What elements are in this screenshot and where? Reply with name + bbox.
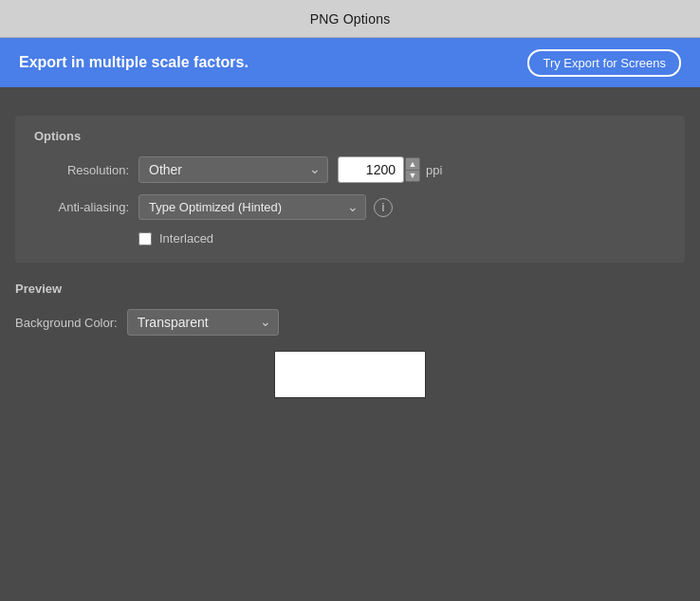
resolution-input[interactable] bbox=[338, 156, 404, 183]
resolution-stepper: ▲ ▼ bbox=[405, 157, 420, 182]
main-content: Options Resolution: 72 PPI 96 PPI 150 PP… bbox=[0, 87, 700, 398]
interlaced-label[interactable]: Interlaced bbox=[159, 231, 213, 246]
resolution-decrement-button[interactable]: ▼ bbox=[405, 170, 420, 182]
background-color-dropdown[interactable]: Transparent White Black Matte bbox=[127, 309, 279, 336]
title-bar: PNG Options bbox=[0, 0, 700, 38]
resolution-increment-button[interactable]: ▲ bbox=[405, 157, 420, 170]
background-color-select-wrapper: Transparent White Black Matte bbox=[127, 309, 279, 336]
export-banner: Export in multiple scale factors. Try Ex… bbox=[0, 38, 700, 87]
options-section: Options Resolution: 72 PPI 96 PPI 150 PP… bbox=[15, 116, 685, 263]
anti-aliasing-label: Anti-aliasing: bbox=[34, 200, 138, 214]
preview-section-title: Preview bbox=[15, 282, 685, 296]
interlaced-checkbox[interactable] bbox=[138, 232, 152, 246]
ppi-unit-label: ppi bbox=[426, 163, 442, 177]
resolution-value-wrapper: ▲ ▼ ppi bbox=[338, 156, 442, 183]
anti-aliasing-select-wrapper: None Art Optimized Type Optimized (Hinte… bbox=[138, 194, 366, 220]
resolution-dropdown[interactable]: 72 PPI 96 PPI 150 PPI 300 PPI Other bbox=[138, 156, 328, 183]
preview-box bbox=[274, 351, 426, 398]
anti-aliasing-row: Anti-aliasing: None Art Optimized Type O… bbox=[34, 194, 666, 220]
resolution-row: Resolution: 72 PPI 96 PPI 150 PPI 300 PP… bbox=[34, 156, 666, 183]
dialog-window: PNG Options Export in multiple scale fac… bbox=[0, 0, 700, 398]
anti-aliasing-dropdown[interactable]: None Art Optimized Type Optimized (Hinte… bbox=[138, 194, 366, 220]
background-color-label: Background Color: bbox=[15, 316, 127, 330]
options-section-title: Options bbox=[34, 129, 666, 143]
anti-aliasing-info-icon[interactable]: i bbox=[374, 198, 393, 217]
resolution-label: Resolution: bbox=[34, 163, 138, 177]
background-color-row: Background Color: Transparent White Blac… bbox=[15, 309, 685, 336]
interlaced-row: Interlaced bbox=[138, 231, 666, 246]
preview-box-wrapper bbox=[15, 351, 685, 398]
export-banner-message: Export in multiple scale factors. bbox=[19, 54, 249, 71]
resolution-select-wrapper: 72 PPI 96 PPI 150 PPI 300 PPI Other bbox=[138, 156, 328, 183]
preview-section: Preview Background Color: Transparent Wh… bbox=[15, 282, 685, 398]
dialog-title: PNG Options bbox=[310, 11, 391, 27]
try-export-button[interactable]: Try Export for Screens bbox=[527, 49, 681, 77]
